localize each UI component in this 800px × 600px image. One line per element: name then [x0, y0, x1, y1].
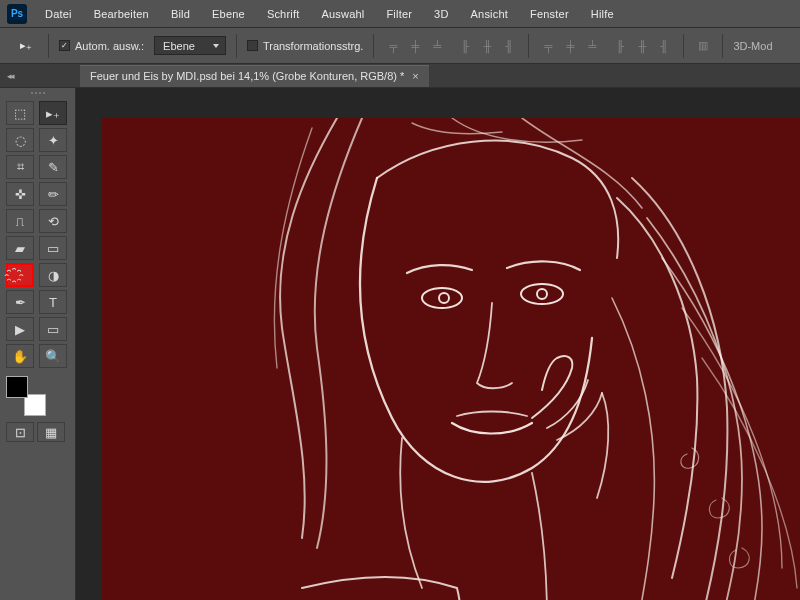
distribute-vcenter-icon[interactable]: ╪	[561, 37, 579, 55]
lasso-icon: ◌	[15, 133, 26, 148]
menu-bearbeiten[interactable]: Bearbeiten	[83, 8, 160, 20]
separator	[373, 34, 374, 58]
tool-pen[interactable]: ✒	[6, 290, 34, 314]
dodge-icon: ◑	[48, 268, 59, 283]
eraser-icon: ▰	[15, 241, 25, 256]
tool-brush[interactable]: ✏	[39, 182, 67, 206]
auto-align-icon[interactable]: ▥	[694, 37, 712, 55]
tool-history-brush[interactable]: ⟲	[39, 209, 67, 233]
separator	[48, 34, 49, 58]
tool-smudge[interactable]: ҈	[6, 263, 34, 287]
gradient-icon: ▭	[47, 241, 59, 256]
3d-mode-label[interactable]: 3D-Mod	[733, 40, 772, 52]
separator	[722, 34, 723, 58]
brush-icon: ✏	[48, 187, 59, 202]
ps-logo-icon: Ps	[7, 4, 27, 24]
menu-ansicht[interactable]: Ansicht	[460, 8, 519, 20]
bandage-icon: ✜	[15, 187, 26, 202]
tool-clone[interactable]: ⎍	[6, 209, 34, 233]
eyedropper-icon: ✎	[48, 160, 59, 175]
distribute-hcenter-icon[interactable]: ╫	[633, 37, 651, 55]
align-left-icon[interactable]: ╟	[456, 37, 474, 55]
auto-select-checkbox[interactable]: ✓ Autom. ausw.:	[59, 40, 144, 52]
svg-point-2	[521, 284, 563, 304]
tool-shape[interactable]: ▭	[39, 317, 67, 341]
distribute-bottom-icon[interactable]: ╧	[583, 37, 601, 55]
current-tool-indicator[interactable]: ▸₊	[14, 37, 38, 55]
separator	[236, 34, 237, 58]
checkbox-icon: ✓	[59, 40, 70, 51]
menu-hilfe[interactable]: Hilfe	[580, 8, 625, 20]
stamp-icon: ⎍	[16, 214, 24, 229]
color-swatches[interactable]	[6, 376, 48, 418]
align-group-1: ╤ ╪ ╧	[384, 37, 446, 55]
menu-datei[interactable]: Datei	[34, 8, 83, 20]
distribute-group-2: ╟ ╫ ╢	[611, 37, 673, 55]
menu-3d[interactable]: 3D	[423, 8, 459, 20]
tool-magic-wand[interactable]: ✦	[39, 128, 67, 152]
tool-move[interactable]: ⬚	[6, 101, 34, 125]
close-tab-icon[interactable]: ×	[412, 70, 418, 82]
screen-mode-button[interactable]: ▦	[37, 422, 65, 442]
toolbox-drag-handle[interactable]	[6, 92, 69, 98]
chevron-down-icon	[213, 44, 219, 48]
dropdown-label: Ebene	[163, 40, 195, 52]
document-tab[interactable]: Feuer und Eis by MDI.psd bei 14,1% (Grob…	[80, 65, 429, 87]
document-tab-strip: ◂◂ Feuer und Eis by MDI.psd bei 14,1% (G…	[0, 64, 800, 88]
svg-point-1	[439, 293, 449, 303]
menu-ebene[interactable]: Ebene	[201, 8, 256, 20]
distribute-left-icon[interactable]: ╟	[611, 37, 629, 55]
toolbox: ⬚ ▸₊ ◌ ✦ ⌗ ✎ ✜ ✏ ⎍ ⟲ ▰ ▭ ҈ ◑ ✒ T ▶ ▭ ✋ 🔍…	[0, 88, 76, 600]
canvas-area[interactable]	[76, 88, 800, 600]
layer-dropdown[interactable]: Ebene	[154, 36, 226, 55]
tool-healing[interactable]: ✜	[6, 182, 34, 206]
tool-crop[interactable]: ⌗	[6, 155, 34, 179]
align-top-icon[interactable]: ╤	[384, 37, 402, 55]
svg-point-0	[422, 288, 462, 308]
tool-lasso[interactable]: ◌	[6, 128, 34, 152]
align-vcenter-icon[interactable]: ╪	[406, 37, 424, 55]
align-right-icon[interactable]: ╢	[500, 37, 518, 55]
document-canvas[interactable]	[102, 118, 800, 600]
rectangle-icon: ▭	[47, 322, 59, 337]
document-title: Feuer und Eis by MDI.psd bei 14,1% (Grob…	[90, 70, 404, 82]
separator	[528, 34, 529, 58]
tool-eraser[interactable]: ▰	[6, 236, 34, 260]
quickmask-icon: ⊡	[15, 425, 26, 440]
tool-type[interactable]: T	[39, 290, 67, 314]
align-bottom-icon[interactable]: ╧	[428, 37, 446, 55]
separator	[683, 34, 684, 58]
tool-zoom[interactable]: 🔍	[39, 344, 67, 368]
checkbox-icon	[247, 40, 258, 51]
tool-hand[interactable]: ✋	[6, 344, 34, 368]
menu-bild[interactable]: Bild	[160, 8, 201, 20]
align-group-2: ╟ ╫ ╢	[456, 37, 518, 55]
tool-artboard[interactable]: ▸₊	[39, 101, 67, 125]
magnifier-icon: 🔍	[45, 349, 61, 364]
tool-grid: ⬚ ▸₊ ◌ ✦ ⌗ ✎ ✜ ✏ ⎍ ⟲ ▰ ▭ ҈ ◑ ✒ T ▶ ▭ ✋ 🔍	[6, 101, 69, 368]
menu-filter[interactable]: Filter	[375, 8, 423, 20]
align-hcenter-icon[interactable]: ╫	[478, 37, 496, 55]
tool-eyedropper[interactable]: ✎	[39, 155, 67, 179]
auto-select-label: Autom. ausw.:	[75, 40, 144, 52]
quick-mask-button[interactable]: ⊡	[6, 422, 34, 442]
workspace: ⬚ ▸₊ ◌ ✦ ⌗ ✎ ✜ ✏ ⎍ ⟲ ▰ ▭ ҈ ◑ ✒ T ▶ ▭ ✋ 🔍…	[0, 88, 800, 600]
foreground-color[interactable]	[6, 376, 28, 398]
auto-align-group: ▥	[694, 37, 712, 55]
tool-gradient[interactable]: ▭	[39, 236, 67, 260]
transform-controls-checkbox[interactable]: Transformationsstrg.	[247, 40, 363, 52]
arrow-icon: ▶	[15, 322, 25, 337]
menu-fenster[interactable]: Fenster	[519, 8, 580, 20]
marquee-icon: ⬚	[14, 106, 26, 121]
distribute-top-icon[interactable]: ╤	[539, 37, 557, 55]
panel-collapse-icon[interactable]: ◂◂	[4, 71, 20, 81]
menu-auswahl[interactable]: Auswahl	[310, 8, 375, 20]
smudge-icon: ҈	[18, 268, 23, 283]
tool-path-select[interactable]: ▶	[6, 317, 34, 341]
tool-dodge[interactable]: ◑	[39, 263, 67, 287]
distribute-right-icon[interactable]: ╢	[655, 37, 673, 55]
crop-icon: ⌗	[17, 159, 24, 175]
menu-schrift[interactable]: Schrift	[256, 8, 311, 20]
app-logo: Ps	[0, 4, 34, 24]
pen-icon: ✒	[15, 295, 26, 310]
